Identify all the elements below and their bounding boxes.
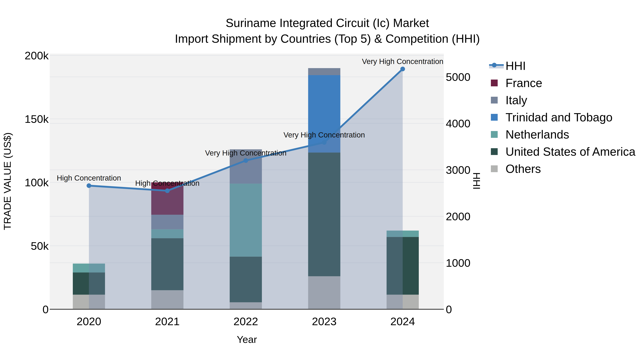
hhi-point-2024[interactable] xyxy=(400,67,405,71)
y-right-tick-2000: 2000 xyxy=(446,210,470,223)
x-tick-2022: 2022 xyxy=(234,315,258,328)
y-left-tick-50k: 50k xyxy=(31,240,49,252)
legend-swatch-france xyxy=(491,79,498,86)
hhi-marker-icon xyxy=(492,63,496,67)
legend-item-others[interactable]: Others xyxy=(489,160,636,177)
y-right-tick-4000: 4000 xyxy=(446,117,470,130)
legend-item-hhi[interactable]: HHI xyxy=(489,57,636,74)
y-left-tick-200k: 200k xyxy=(25,49,49,62)
y-axis-left-title: TRADE VALUE (US$) xyxy=(2,132,13,230)
legend-item-trinidad-and-tobago[interactable]: Trinidad and Tobago xyxy=(489,109,636,126)
y-left-tick-0: 0 xyxy=(42,303,49,316)
hhi-point-2022[interactable] xyxy=(244,158,248,163)
legend-glyph-column xyxy=(489,165,506,172)
legend-glyph-column xyxy=(489,131,506,138)
legend-label-trinidad-and-tobago: Trinidad and Tobago xyxy=(506,110,612,124)
legend-swatch-trinidad-and-tobago xyxy=(491,114,498,121)
y-right-tick-1000: 1000 xyxy=(446,257,470,269)
legend-glyph-column xyxy=(489,114,506,121)
legend-glyph-column xyxy=(489,148,506,155)
hhi-point-2021[interactable] xyxy=(165,188,170,193)
legend-swatch-others xyxy=(491,165,498,172)
y-right-tick-0: 0 xyxy=(446,303,452,316)
legend-label-italy: Italy xyxy=(506,93,527,107)
chart-title: Suriname Integrated Circuit (Ic) Market … xyxy=(5,15,644,46)
y-right-tick-3000: 3000 xyxy=(446,164,470,176)
hhi-line-icon xyxy=(489,63,504,69)
legend-item-united-states-of-america[interactable]: United States of America xyxy=(489,143,636,160)
bar-italy-2023[interactable] xyxy=(308,68,340,75)
hhi-point-2023[interactable] xyxy=(322,140,327,145)
annotation-2020: High Concentration xyxy=(57,174,121,182)
legend-glyph-column xyxy=(489,79,506,86)
x-tick-2021: 2021 xyxy=(155,315,180,328)
legend-label-netherlands: Netherlands xyxy=(506,128,569,141)
legend-item-italy[interactable]: Italy xyxy=(489,91,636,109)
legend-label-others: Others xyxy=(506,162,541,176)
y-right-tick-5000: 5000 xyxy=(446,71,470,83)
x-tick-2023: 2023 xyxy=(312,315,337,328)
legend-item-france[interactable]: France xyxy=(489,74,636,91)
legend-item-netherlands[interactable]: Netherlands xyxy=(489,126,636,143)
y-left-tick-150k: 150k xyxy=(25,113,49,125)
legend-glyph-column xyxy=(489,97,506,103)
x-tick-2024: 2024 xyxy=(390,315,415,328)
legend: HHIFranceItalyTrinidad and TobagoNetherl… xyxy=(489,57,636,177)
legend-swatch-netherlands xyxy=(491,131,498,138)
y-axis-right-title: HHI xyxy=(471,172,482,189)
annotation-2023: Very High Concentration xyxy=(284,131,365,139)
legend-swatch-united-states-of-america xyxy=(491,148,498,155)
legend-swatch-italy xyxy=(491,97,498,103)
annotation-2021: High Concentration xyxy=(135,179,200,187)
legend-label-france: France xyxy=(506,76,542,90)
annotation-2024: Very High Concentration xyxy=(362,57,443,66)
legend-glyph-column xyxy=(489,63,506,69)
hhi-point-2020[interactable] xyxy=(86,183,91,188)
x-axis-title: Year xyxy=(237,334,257,345)
legend-label-united-states-of-america: United States of America xyxy=(506,145,636,158)
annotation-2022: Very High Concentration xyxy=(205,149,286,157)
x-tick-2020: 2020 xyxy=(76,315,101,328)
chart-title-line2: Import Shipment by Countries (Top 5) & C… xyxy=(5,31,644,46)
legend-label-hhi: HHI xyxy=(506,59,526,73)
plot-area: High ConcentrationHigh ConcentrationVery… xyxy=(0,0,644,362)
chart-title-line1: Suriname Integrated Circuit (Ic) Market xyxy=(5,15,644,31)
y-left-tick-100k: 100k xyxy=(25,176,49,189)
